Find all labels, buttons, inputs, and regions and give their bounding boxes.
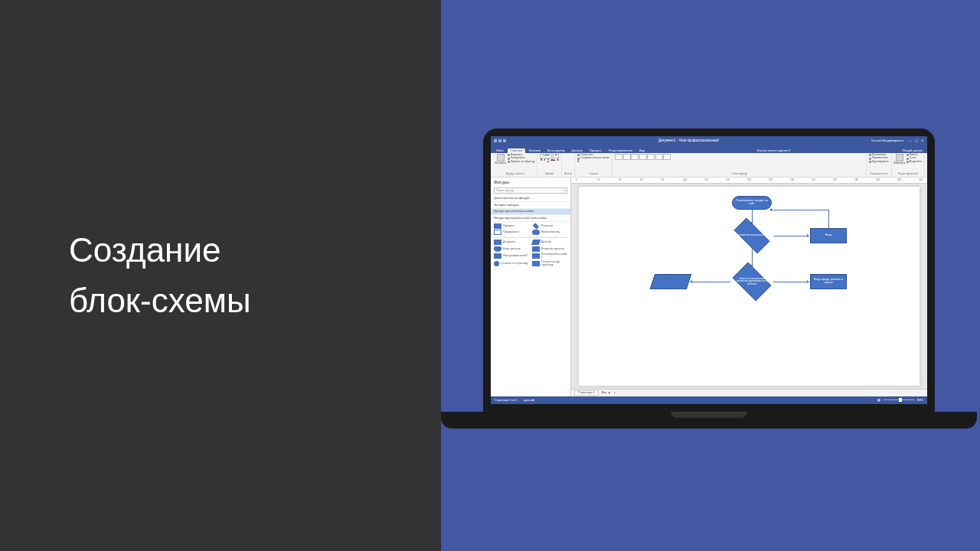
font-color-button[interactable]: A	[557, 159, 559, 162]
stencil-cross-functional[interactable]: Фигуры функциональной блок-схемы	[491, 215, 570, 221]
slide-title-line2: блок-схемы	[69, 276, 441, 326]
slide-title-line1: Создание	[69, 225, 441, 276]
copy-icon	[508, 158, 510, 160]
shape-database[interactable]: База данных	[494, 246, 530, 252]
zoom-slider[interactable]	[884, 399, 914, 400]
decision-icon	[532, 223, 538, 229]
group-button[interactable]: Группировать	[869, 161, 889, 164]
bold-button[interactable]: Ж	[540, 159, 542, 162]
change-shape-button[interactable]: Изменить	[894, 154, 905, 171]
horizontal-ruler: 0204060801001201401601802002202402602803…	[571, 178, 927, 184]
flow-arrow-loop-h[interactable]	[772, 210, 829, 210]
font-name-select[interactable]: Calibri	[540, 154, 552, 158]
flow-node-city-input[interactable]: Ввод города, региона и страны	[810, 274, 847, 289]
shape-data[interactable]: Данные	[532, 240, 568, 245]
database-icon	[494, 246, 501, 252]
strike-button[interactable]: abc	[550, 159, 555, 162]
qat-undo-icon[interactable]	[498, 139, 501, 142]
visio-app: Документ1 - Visio профессиональный Ульян…	[491, 136, 927, 404]
shape-custom2[interactable]: Пользователь-ский 2	[532, 253, 568, 259]
shape-list: Процесс Решение Подпроцесс Начало/конец …	[491, 222, 570, 269]
paste-button[interactable]: Вставить	[495, 154, 506, 171]
shape-onpage-ref[interactable]: Ссылка на страницу	[494, 260, 530, 266]
slide-left-panel: Создание блок-схемы	[0, 0, 441, 551]
font-size-select[interactable]: 8	[553, 154, 559, 158]
shapes-search-input[interactable]: Поиск фигур ▾	[494, 187, 567, 194]
zoom-level[interactable]: 83%	[917, 399, 923, 402]
select-button[interactable]: Выделить	[906, 161, 922, 164]
shape-external[interactable]: Внешние данные	[532, 246, 568, 252]
page-tabs: Страница-1 Все ▲ +	[571, 389, 927, 396]
ribbon-group-tools: Указатель Соединительная линия A Сервис	[575, 154, 612, 176]
ribbon-group-shape-styles: Стили фигур	[612, 154, 867, 176]
custom1-icon	[494, 253, 501, 259]
ribbon-group-arrange: Положение Переместить Группировать Упоря…	[867, 154, 892, 176]
close-icon[interactable]: ✕	[920, 139, 924, 143]
italic-button[interactable]: К	[544, 159, 546, 162]
custom2-icon	[532, 253, 540, 259]
change-label: Изменить	[893, 162, 906, 165]
onpage-icon	[494, 261, 499, 266]
flow-arrow-4[interactable]	[773, 282, 808, 282]
drawing-canvas[interactable]: Пользователь заходит на сайт Пользовател…	[579, 187, 920, 386]
user-name[interactable]: Ульяна Владимировна	[871, 139, 903, 142]
page-tab-1[interactable]: Страница-1	[574, 390, 599, 396]
shape-document[interactable]: Документ	[494, 240, 530, 245]
maximize-icon[interactable]: ▢	[914, 139, 918, 143]
shape-decision[interactable]: Решение	[532, 223, 568, 229]
workspace: Фигуры Поиск фигур ▾ Дополнительные фигу…	[491, 178, 927, 396]
connector-label: Соединительная линия	[580, 157, 609, 160]
flow-node-decision-search[interactable]: Поиск по каталогу или просмотр сгруппиро…	[729, 266, 775, 297]
qat-save-icon[interactable]	[494, 139, 497, 142]
window-controls: — ▢ ✕	[908, 139, 924, 143]
more-shapes[interactable]: Дополнительные фигуры	[491, 196, 570, 202]
shape-offpage-ref[interactable]: Ссылка на др. страницу	[532, 260, 568, 266]
select-label: Выделить	[910, 161, 922, 164]
cut-icon	[508, 154, 510, 156]
flow-arrow-loop-v[interactable]	[828, 210, 829, 228]
flow-arrow-2-head	[807, 234, 809, 237]
ribbon-tabs: Файл Главная Вставка Конструктор Данные …	[491, 145, 927, 153]
group-label: Группировать	[872, 161, 889, 164]
flow-arrow-5[interactable]	[692, 282, 730, 282]
paste-label: Вставить	[495, 162, 507, 165]
minimize-icon[interactable]: —	[908, 139, 912, 143]
view-mode-icon[interactable]: ▦	[877, 399, 880, 402]
connector-tool[interactable]: Соединительная линия	[577, 157, 609, 160]
search-dropdown-icon[interactable]: ▾	[564, 189, 565, 192]
edit-group-label: Редактирование	[894, 173, 922, 176]
flow-node-start[interactable]: Пользователь заходит на сайт	[732, 196, 772, 210]
quick-access-toolbar[interactable]	[494, 139, 506, 142]
shape-style-gallery[interactable]	[615, 154, 671, 160]
stencil-basic-flowchart[interactable]: Фигуры простой блок-схемы	[491, 209, 570, 215]
offpage-icon	[532, 261, 540, 266]
flow-arrow-5-head	[690, 280, 692, 283]
paragraph-group-label: Абзац	[564, 173, 572, 176]
arrange-group-label: Упорядочение	[869, 173, 889, 176]
flow-node-data[interactable]	[650, 274, 691, 289]
status-page: Страница 1 из 1	[495, 399, 518, 402]
flow-arrow-3[interactable]	[752, 246, 753, 266]
underline-button[interactable]: Ч	[547, 159, 549, 162]
shape-custom1[interactable]: Настраивае-мый 1	[494, 253, 530, 259]
document-title: Документ1 - Visio профессиональный	[506, 139, 871, 143]
flow-arrow-2[interactable]	[773, 236, 808, 236]
flow-node-login[interactable]: Вход	[810, 228, 847, 243]
status-language[interactable]: русский	[524, 399, 534, 402]
data-icon	[531, 240, 540, 245]
pointer-icon	[577, 154, 580, 156]
text-tool-label: A	[577, 161, 579, 164]
slide-right-panel: Документ1 - Visio профессиональный Ульян…	[441, 0, 980, 551]
text-tool[interactable]: A	[577, 161, 609, 164]
page-tab-all[interactable]: Все ▲	[602, 391, 611, 394]
laptop-illustration: Документ1 - Visio профессиональный Ульян…	[483, 129, 935, 429]
clipboard-group-label: Буфер обмена	[495, 173, 534, 176]
shape-process[interactable]: Процесс	[494, 223, 530, 229]
quick-shapes[interactable]: Экспресс-фигуры	[491, 202, 570, 208]
flow-node-decision-login[interactable]: Пользователь выполнил вход?	[729, 223, 775, 248]
page-tab-add[interactable]: +	[614, 391, 616, 394]
format-painter-button[interactable]: Формат по образцу	[508, 161, 534, 164]
shape-subprocess[interactable]: Подпроцесс	[494, 230, 530, 235]
shape-terminator[interactable]: Начало/конец	[532, 230, 568, 235]
ribbon-group-edit: Изменить Найти Слои Выделить Редактирова…	[892, 154, 925, 176]
